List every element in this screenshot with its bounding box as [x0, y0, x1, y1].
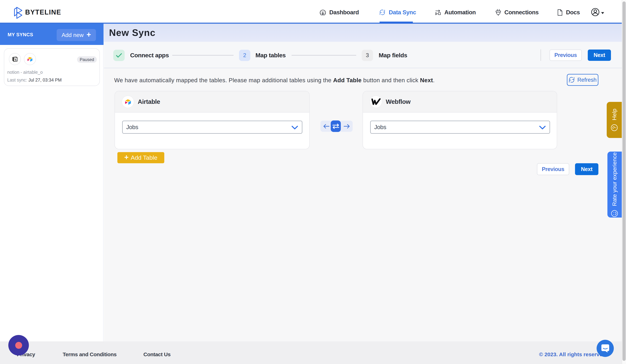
svg-text:N: N	[14, 58, 17, 61]
